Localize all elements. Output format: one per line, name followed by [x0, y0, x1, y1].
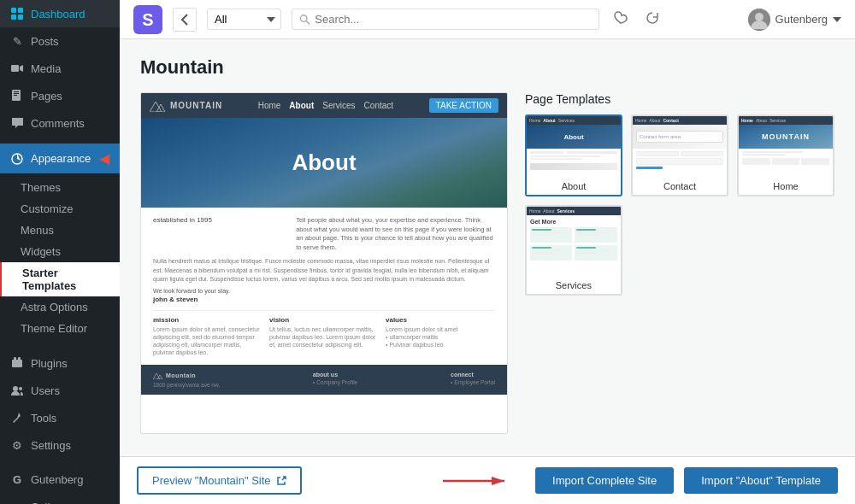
collapse-icon: ←: [10, 500, 24, 504]
sidebar-item-tools[interactable]: Tools: [0, 404, 120, 431]
main-area: S All Free Premium Gutenberg: [120, 0, 855, 504]
sidebar-item-settings[interactable]: ⚙ Settings: [0, 431, 120, 459]
about-thumb-img: Home About Services About: [527, 116, 621, 178]
page-title: Mountain: [140, 56, 834, 79]
settings-icon: ⚙: [10, 438, 24, 452]
filter-dropdown[interactable]: All Free Premium: [207, 9, 281, 30]
sidebar-item-plugins[interactable]: Plugins: [0, 349, 120, 377]
plugins-icon: [10, 356, 24, 370]
template-layout: MOUNTAIN Home About Services Contact TAK…: [140, 92, 834, 434]
import-template-button[interactable]: Import "About" Template: [684, 467, 838, 494]
user-area: Gutenberg: [748, 9, 841, 31]
preview-signature: john & steven: [153, 296, 495, 303]
external-link-icon: [276, 476, 286, 486]
sidebar-item-media[interactable]: Media: [0, 55, 120, 82]
svg-text:S: S: [142, 10, 153, 29]
import-complete-button[interactable]: Import Complete Site: [535, 467, 674, 494]
preview-mission-row: mission Lorem ipsum dolor sit amet, cons…: [153, 310, 495, 356]
sidebar-item-label: Gutenberg: [31, 473, 83, 486]
preview-body-text: Nulla hendrerit matus at tristique trist…: [153, 257, 495, 284]
chevron-down-icon: [833, 17, 841, 22]
svg-rect-8: [14, 93, 19, 94]
template-thumb-about[interactable]: Home About Services About: [525, 114, 622, 196]
template-thumb-contact[interactable]: Home About Contact Contact form area: [631, 114, 728, 196]
plugin-logo: S: [133, 5, 162, 34]
svg-marker-5: [20, 65, 23, 72]
svg-rect-3: [18, 15, 23, 20]
posts-icon: ✎: [10, 34, 24, 48]
user-name: Gutenberg: [775, 13, 828, 26]
topbar: S All Free Premium Gutenberg: [120, 0, 855, 39]
sidebar-sub-astra-options[interactable]: Astra Options: [0, 296, 120, 318]
avatar: [748, 9, 770, 31]
preview-site-name: MOUNTAIN: [150, 100, 222, 112]
about-thumb-label: About: [527, 178, 621, 195]
sidebar: Dashboard ✎ Posts Media Pages Comments A…: [0, 0, 120, 504]
favorites-button[interactable]: [610, 8, 632, 32]
sidebar-item-pages[interactable]: Pages: [0, 82, 120, 109]
sidebar-item-gutenberg[interactable]: G Gutenberg: [0, 466, 120, 493]
preview-footer: Mountain 1800 pennsylvania ave nw, about…: [141, 365, 507, 395]
preview-nav: MOUNTAIN Home About Services Contact TAK…: [141, 93, 507, 118]
collapse-label: Collapse menu: [31, 501, 105, 505]
services-thumb-img: Home About Services Get More: [527, 207, 621, 277]
services-thumb-label: Services: [527, 277, 621, 294]
svg-point-18: [300, 15, 307, 22]
sidebar-sub-widgets[interactable]: Widgets: [0, 241, 120, 262]
bottom-bar: Preview "Mountain" Site Import Complete …: [120, 456, 855, 504]
sidebar-item-label: Media: [31, 62, 61, 75]
preview-values-col: values Lorem ipsum dolor sit amet• ullam…: [386, 316, 495, 356]
preview-cta-btn: TAKE ACTION: [429, 98, 498, 113]
sidebar-item-dashboard[interactable]: Dashboard: [0, 0, 120, 27]
preview-vision-col: vision Ut tellus, luctus nec ullamcorper…: [269, 316, 379, 356]
preview-body: established in 1995 Tell people about wh…: [141, 208, 507, 365]
tools-icon: [10, 411, 24, 425]
back-button[interactable]: [173, 8, 197, 32]
sidebar-collapse[interactable]: ← Collapse menu: [0, 493, 120, 504]
preview-mission-col: mission Lorem ipsum dolor sit amet, cons…: [153, 316, 262, 356]
page-templates-panel: Page Templates Home About Services: [525, 92, 834, 434]
media-icon: [10, 62, 24, 75]
sidebar-item-label: Tools: [31, 412, 56, 425]
sidebar-item-label: Comments: [31, 117, 85, 130]
svg-point-21: [755, 13, 764, 21]
sidebar-sub-starter-templates[interactable]: Starter Templates: [0, 262, 120, 296]
svg-point-15: [19, 387, 22, 390]
users-icon: [10, 384, 24, 397]
svg-rect-7: [14, 91, 19, 92]
mountain-logo-icon: [150, 100, 167, 112]
sidebar-sub-customize[interactable]: Customize: [0, 198, 120, 220]
template-preview: MOUNTAIN Home About Services Contact TAK…: [140, 92, 508, 434]
appearance-arrow: ◀: [99, 150, 109, 167]
search-box: [292, 9, 599, 30]
page-templates-label: Page Templates: [525, 92, 834, 106]
comments-icon: [10, 116, 24, 130]
arrow-indicator: [443, 472, 511, 489]
refresh-button[interactable]: [642, 8, 663, 32]
preview-established: established in 1995: [153, 216, 286, 224]
sidebar-item-label: Settings: [31, 439, 71, 452]
preview-footer-connect: connect • Employee Portal: [451, 372, 495, 388]
page-templates-bottom-row: Home About Services Get More: [525, 205, 834, 296]
svg-rect-4: [11, 65, 19, 72]
sidebar-item-comments[interactable]: Comments: [0, 109, 120, 137]
preview-site-button[interactable]: Preview "Mountain" Site: [137, 466, 302, 495]
home-thumb-label: Home: [739, 178, 833, 195]
sidebar-item-label: Plugins: [31, 357, 68, 370]
svg-rect-13: [12, 360, 22, 367]
sidebar-item-posts[interactable]: ✎ Posts: [0, 27, 120, 55]
sidebar-item-users[interactable]: Users: [0, 377, 120, 404]
svg-rect-0: [11, 8, 16, 13]
sidebar-item-appearance[interactable]: Appearance ◀: [0, 144, 120, 173]
sidebar-sub-themes[interactable]: Themes: [0, 177, 120, 198]
pages-icon: [10, 89, 24, 103]
template-thumb-services[interactable]: Home About Services Get More: [525, 205, 622, 296]
preview-footer-left: Mountain 1800 pennsylvania ave nw,: [153, 372, 220, 388]
sidebar-sub-theme-editor[interactable]: Theme Editor: [0, 318, 120, 339]
search-input[interactable]: [315, 13, 592, 26]
contact-thumb-label: Contact: [633, 178, 727, 195]
sidebar-sub-menus[interactable]: Menus: [0, 220, 120, 241]
preview-hero-text: About: [292, 149, 356, 176]
template-thumb-home[interactable]: Home About Services MOUNTAIN: [737, 114, 834, 196]
footer-mountain-icon: [153, 372, 163, 379]
